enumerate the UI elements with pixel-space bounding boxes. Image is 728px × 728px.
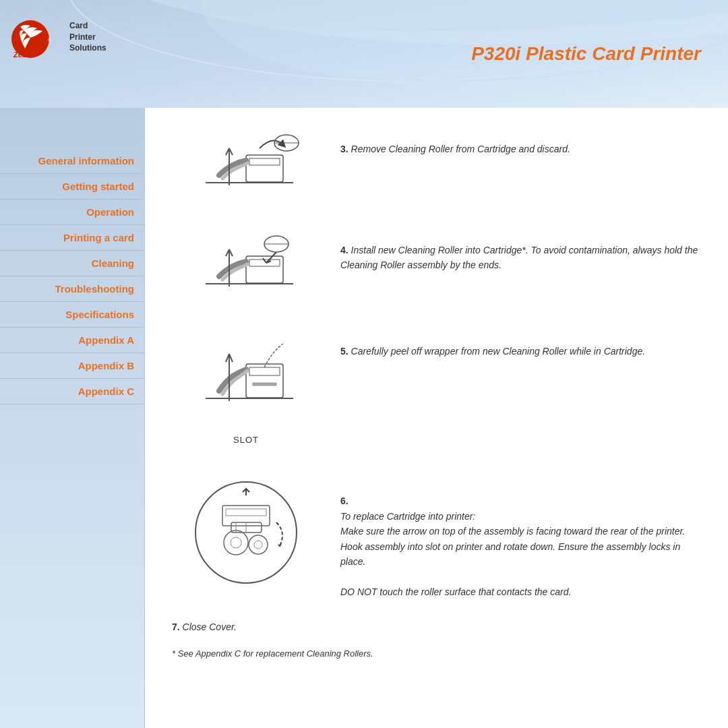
step-3-block: 3. Remove Cleaning Roller from Cartridge…: [172, 128, 701, 209]
step-4-image: [172, 229, 320, 310]
step-7-text: 7. Close Cover.: [172, 619, 701, 634]
step-5-block: SLOT 5. Carefully peel off wrapper from …: [172, 330, 701, 445]
step-7-block: 7. Close Cover.: [172, 619, 701, 634]
logo-text: Card Printer Solutions: [69, 20, 107, 54]
sidebar-item-getting-started[interactable]: Getting started: [0, 174, 144, 200]
step-6-illustration: [172, 465, 320, 586]
footnote: * See Appendix C for replacement Cleanin…: [172, 648, 701, 659]
sidebar-item-general-information[interactable]: General information: [0, 148, 144, 174]
step-5-illustration: [172, 330, 320, 431]
step-5-image: SLOT: [172, 330, 320, 445]
page-header: Zebra ® Card Printer Solutions P320i Pla…: [0, 0, 728, 108]
sidebar: General information Getting started Oper…: [0, 108, 145, 728]
sidebar-item-printing-a-card[interactable]: Printing a card: [0, 225, 144, 251]
zebra-logo-icon: Zebra ®: [10, 13, 64, 61]
main-layout: General information Getting started Oper…: [0, 108, 728, 728]
page-title: P320i Plastic Card Printer: [471, 43, 701, 65]
svg-point-2: [67, 0, 728, 81]
step-6-image: [172, 465, 320, 586]
step-5-text: 5. Carefully peel off wrapper from new C…: [340, 330, 701, 359]
step-3-image: [172, 128, 320, 209]
sidebar-item-appendix-a[interactable]: Appendix A: [0, 328, 144, 353]
svg-text:Zebra: Zebra: [13, 51, 34, 59]
step-3-illustration: [172, 128, 320, 209]
logo-area: Zebra ® Card Printer Solutions: [0, 7, 117, 67]
sidebar-item-specifications[interactable]: Specifications: [0, 302, 144, 328]
step-3-text: 3. Remove Cleaning Roller from Cartridge…: [340, 128, 701, 156]
sidebar-item-appendix-b[interactable]: Appendix B: [0, 353, 144, 379]
slot-label: SLOT: [233, 435, 259, 445]
svg-rect-20: [253, 383, 276, 386]
svg-point-1: [67, 0, 728, 81]
step-6-text: 6. To replace Cartridge into printer: Ma…: [340, 465, 701, 599]
svg-text:®: ®: [48, 38, 52, 42]
sidebar-item-cleaning[interactable]: Cleaning: [0, 251, 144, 276]
sidebar-item-operation[interactable]: Operation: [0, 200, 144, 225]
svg-rect-8: [246, 155, 283, 182]
step-6-block: 6. To replace Cartridge into printer: Ma…: [172, 465, 701, 599]
step-4-text: 4. Install new Cleaning Roller into Cart…: [340, 229, 701, 273]
svg-rect-18: [246, 364, 283, 398]
step-4-block: 4. Install new Cleaning Roller into Cart…: [172, 229, 701, 310]
sidebar-item-troubleshooting[interactable]: Troubleshooting: [0, 276, 144, 302]
step-4-illustration: [172, 229, 320, 310]
sidebar-item-appendix-c[interactable]: Appendix C: [0, 379, 144, 404]
svg-rect-19: [249, 367, 280, 375]
svg-rect-9: [249, 158, 280, 165]
content-area: 3. Remove Cleaning Roller from Cartridge…: [145, 108, 728, 728]
